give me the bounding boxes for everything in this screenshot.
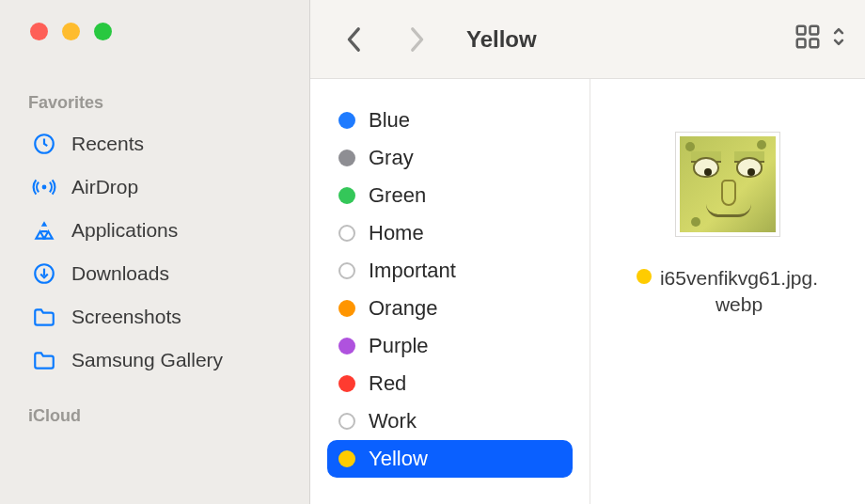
tag-row-work[interactable]: Work [327,402,573,440]
sidebar-item-label: Applications [71,219,178,242]
sidebar-item-airdrop[interactable]: AirDrop [0,165,300,209]
sidebar-item-downloads[interactable]: Downloads [0,252,300,295]
tag-row-gray[interactable]: Gray [327,139,573,177]
tag-row-purple[interactable]: Purple [327,327,573,365]
column-view: BlueGrayGreenHomeImportantOrangePurpleRe… [310,79,865,504]
tag-dot-icon [338,112,355,129]
tag-row-yellow[interactable]: Yellow [327,440,573,478]
tag-name-label: Purple [369,334,429,358]
tag-row-important[interactable]: Important [327,252,573,290]
location-title: Yellow [466,26,537,53]
chevron-up-down-icon [831,24,846,54]
tag-row-red[interactable]: Red [327,365,573,402]
tag-name-label: Red [369,371,406,396]
tag-row-blue[interactable]: Blue [327,102,573,139]
sidebar-item-screenshots[interactable]: Screenshots [0,295,300,339]
svg-rect-6 [810,39,819,48]
tag-dot-icon [338,413,355,430]
tag-dot-icon [338,450,355,467]
sidebar-item-label: Samsung Gallery [71,349,223,371]
back-button[interactable] [338,24,370,55]
sidebar-item-applications[interactable]: Applications [0,209,300,252]
favorites-list: Recents AirDrop Applications Downloads S… [0,122,309,382]
svg-rect-5 [797,39,806,48]
apps-icon [30,218,58,243]
tag-name-label: Gray [369,146,414,170]
folder-icon [30,305,58,329]
close-window-button[interactable] [30,23,48,40]
sidebar-item-samsung-gallery[interactable]: Samsung Gallery [0,339,300,382]
forward-button[interactable] [401,24,432,55]
tag-dot-icon [338,262,355,279]
tag-dot-icon [338,150,355,166]
svg-point-1 [42,185,47,190]
minimize-window-button[interactable] [62,23,80,40]
tag-row-home[interactable]: Home [327,214,573,252]
file-name-label: i65venfikvg61.jpg.webp [659,265,819,319]
tags-column: BlueGrayGreenHomeImportantOrangePurpleRe… [310,79,590,504]
clock-icon [30,132,58,156]
toolbar: Yellow [310,0,865,79]
tag-name-label: Green [369,183,426,208]
icon-view-icon [794,23,822,55]
svg-rect-4 [810,26,819,35]
tag-dot-icon [338,300,355,317]
airdrop-icon [30,175,58,199]
tag-name-label: Yellow [369,447,428,471]
tag-row-green[interactable]: Green [327,177,573,214]
folder-icon [30,348,58,372]
tag-name-label: Home [369,221,424,245]
download-icon [30,261,58,286]
tag-dot-icon [338,225,355,242]
file-item[interactable]: i65venfikvg61.jpg.webp [634,132,822,319]
tag-dot-icon [338,187,355,204]
tag-row-orange[interactable]: Orange [327,290,573,327]
view-options[interactable] [794,23,846,55]
sidebar: Favorites Recents AirDrop Applications D… [0,0,310,504]
tag-dot-icon [338,338,355,354]
window-controls [0,23,309,40]
svg-rect-3 [797,26,806,35]
zoom-window-button[interactable] [94,23,112,40]
sidebar-section-favorites: Favorites [0,93,309,113]
tag-dot-icon [338,375,355,392]
sidebar-item-label: Downloads [71,262,169,285]
history-nav [338,24,432,55]
file-tag-dot [637,269,652,284]
sidebar-item-label: AirDrop [71,176,138,198]
sidebar-item-label: Recents [71,133,144,155]
tag-list: BlueGrayGreenHomeImportantOrangePurpleRe… [327,102,573,478]
sidebar-section-icloud: iCloud [0,406,309,426]
files-column: i65venfikvg61.jpg.webp [590,79,865,504]
file-thumbnail [675,132,780,237]
tag-name-label: Blue [369,108,410,133]
sidebar-item-recents[interactable]: Recents [0,122,300,165]
tag-name-label: Orange [369,296,437,321]
tag-name-label: Work [369,409,417,433]
sidebar-item-label: Screenshots [71,306,181,328]
tag-name-label: Important [369,259,456,283]
main-area: Yellow BlueGrayGreenHomeImportantOrangeP… [310,0,865,504]
